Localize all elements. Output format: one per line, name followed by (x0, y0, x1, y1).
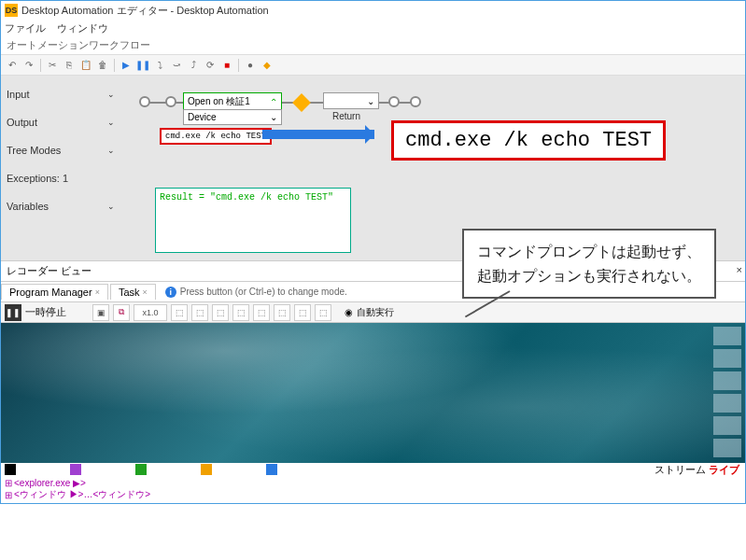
flow-empty-step[interactable]: ⌄ (323, 92, 379, 109)
stream-status: ストリーム ライブ (655, 463, 739, 477)
chevron-down-icon: ⌄ (107, 146, 115, 155)
paste-icon[interactable]: 📋 (78, 58, 93, 73)
chevron-down-icon: ⌄ (107, 118, 115, 127)
radio-icon[interactable]: ◉ (345, 307, 353, 317)
tree-modes-dropdown[interactable]: Tree Modes⌄ (5, 141, 117, 160)
tray-icon (713, 349, 741, 368)
remote-desktop-view[interactable] (1, 323, 745, 463)
chevron-down-icon: ⌄ (107, 202, 115, 211)
chevron-up-icon: ⌃ (270, 97, 277, 107)
tree-row[interactable]: ⊞<explorer.exe ▶> (5, 478, 741, 488)
tray-icon (713, 327, 741, 345)
result-panel: Result = "cmd.exe /k echo TEST" (155, 188, 351, 253)
color-swatch[interactable] (70, 464, 81, 475)
workflow-label: オートメーションワークフロー (1, 36, 745, 55)
side-panel: Input⌄ Output⌄ Tree Modes⌄ Exceptions: 1… (5, 85, 117, 225)
callout-line1: コマンドプロンプトは起動せず、 (477, 240, 701, 264)
desktop-tray (713, 327, 741, 457)
main-toolbar: ↶ ↷ ✂ ⎘ 📋 🗑 ▶ ❚❚ ⤵ ⤻ ⤴ ⟳ ■ ● ◆ (1, 55, 745, 76)
color-swatch[interactable] (201, 464, 212, 475)
tool-icon[interactable]: ⬚ (191, 304, 208, 321)
chevron-down-icon: ⌄ (367, 96, 374, 106)
tray-icon (713, 416, 741, 435)
tool-icon[interactable]: ⬚ (253, 304, 270, 321)
annotation-callout: コマンドプロンプトは起動せず、 起動オプションも実行されない。 (462, 229, 716, 299)
screenshot-icon[interactable]: ▣ (92, 304, 109, 321)
multi-window-icon[interactable]: ⧉ (113, 304, 130, 321)
tool-icon[interactable]: ⬚ (212, 304, 229, 321)
cmd-small-highlight: cmd.exe /k echo TEST (160, 128, 272, 145)
delete-icon[interactable]: 🗑 (95, 58, 110, 73)
chevron-down-icon: ⌄ (270, 112, 277, 122)
arrow-icon (262, 130, 374, 139)
pause-label: 一時停止 (25, 305, 66, 319)
tool-icon[interactable]: ⬚ (315, 304, 331, 321)
output-dropdown[interactable]: Output⌄ (5, 113, 117, 132)
tool-icon[interactable]: ⬚ (171, 304, 188, 321)
color-swatch-bar: ストリーム ライブ (1, 463, 745, 476)
cmd-big-highlight: cmd.exe /k echo TEST (391, 120, 666, 161)
tab-task[interactable]: Task× (110, 284, 156, 300)
exceptions-label: Exceptions: 1 (5, 169, 117, 188)
flow-end-node[interactable] (410, 96, 421, 107)
app-icon: DS (5, 4, 18, 17)
flow-node[interactable] (165, 96, 176, 107)
step-out-icon[interactable]: ⤴ (186, 58, 201, 73)
flow-node[interactable] (388, 96, 400, 107)
play-icon[interactable]: ▶ (119, 58, 134, 73)
return-label: Return (332, 111, 360, 121)
callout-line2: 起動オプションも実行されない。 (477, 264, 701, 288)
result-text: Result = "cmd.exe /k echo TEST" (156, 189, 350, 206)
cut-icon[interactable]: ✂ (45, 58, 60, 73)
variables-dropdown[interactable]: Variables⌄ (5, 197, 117, 216)
tray-icon (713, 394, 741, 413)
record-icon[interactable]: ● (243, 58, 258, 73)
mode-hint: i Press button (or Ctrl-e) to change mod… (165, 287, 347, 298)
tool-icon[interactable]: ⬚ (274, 304, 290, 321)
tab-program-manager[interactable]: Program Manager× (1, 284, 108, 300)
pause-icon[interactable]: ❚❚ (135, 58, 150, 73)
device-dropdown[interactable]: Device⌄ (183, 109, 282, 125)
undo-icon[interactable]: ↶ (5, 58, 20, 73)
step-into-icon[interactable]: ⤵ (152, 58, 167, 73)
pause-button[interactable]: ❚❚ (5, 304, 21, 321)
color-swatch[interactable] (5, 464, 16, 475)
input-dropdown[interactable]: Input⌄ (5, 85, 117, 104)
tray-icon (713, 371, 741, 390)
flow-decision-node[interactable] (292, 93, 311, 112)
close-icon[interactable]: × (95, 287, 100, 297)
copy-icon[interactable]: ⎘ (62, 58, 77, 73)
expand-icon[interactable]: ⊞ (5, 478, 12, 488)
tray-icon (713, 439, 741, 457)
info-icon: i (165, 287, 176, 298)
tree-row[interactable]: ⊞<ウィンドウ ▶>…<ウィンドウ> (5, 488, 741, 501)
color-swatch[interactable] (135, 464, 147, 475)
element-tree: ⊞<explorer.exe ▶> ⊞<ウィンドウ ▶>…<ウィンドウ> (1, 476, 745, 503)
chevron-down-icon: ⌄ (107, 90, 115, 99)
titlebar: DS Desktop Automation エディター - Desktop Au… (1, 1, 745, 20)
expand-icon[interactable]: ⊞ (5, 490, 12, 500)
flow-start-node[interactable] (139, 96, 150, 107)
auto-run-label: 自動実行 (357, 306, 394, 319)
menubar: ファイル ウィンドウ (1, 20, 745, 36)
tool-icon[interactable]: ⬚ (294, 304, 311, 321)
window-title: Desktop Automation エディター - Desktop Autom… (21, 4, 269, 18)
menu-file[interactable]: ファイル (5, 21, 46, 35)
menu-window[interactable]: ウィンドウ (57, 21, 108, 35)
color-swatch[interactable] (266, 464, 277, 475)
step-over-icon[interactable]: ⤻ (169, 58, 184, 73)
open-on-step[interactable]: Open on 検証1⌃ (183, 92, 282, 111)
close-icon[interactable]: × (737, 264, 742, 275)
redo-icon[interactable]: ↷ (21, 58, 36, 73)
refresh-icon[interactable]: ⟳ (203, 58, 218, 73)
close-icon[interactable]: × (143, 287, 148, 297)
tool-icon[interactable]: ⬚ (232, 304, 249, 321)
speed-selector[interactable]: x1.0 (134, 304, 167, 321)
stop-icon[interactable]: ■ (219, 58, 234, 73)
marker-icon[interactable]: ◆ (260, 58, 274, 73)
recorder-toolbar: ❚❚ 一時停止 ▣ ⧉ x1.0 ⬚ ⬚ ⬚ ⬚ ⬚ ⬚ ⬚ ⬚ ◉ 自動実行 (1, 302, 745, 323)
